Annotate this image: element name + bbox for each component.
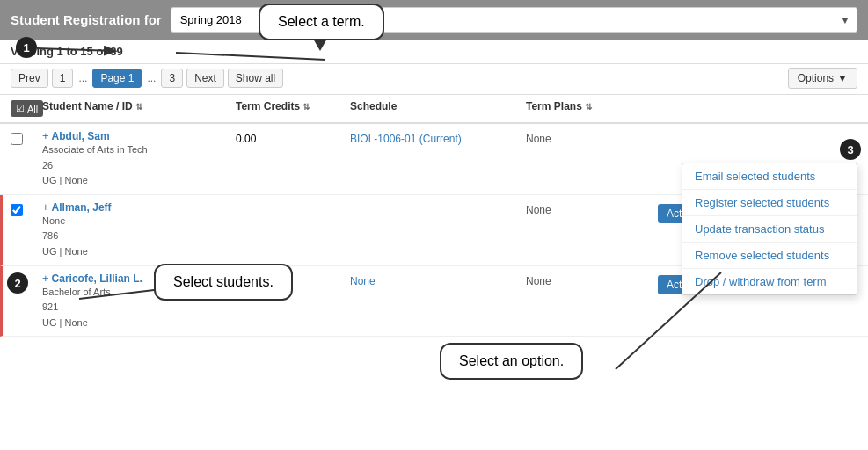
callout-select-term: Select a term.: [259, 4, 384, 40]
viewing-toolbar: Viewing 1 to 15 of 39: [0, 40, 868, 64]
select-all-button[interactable]: ☑ All: [11, 100, 43, 117]
dropdown-item-register[interactable]: Register selected students: [682, 190, 857, 216]
page-title: Student Registration for: [11, 12, 162, 27]
student-details-2: None786UG | None: [42, 214, 236, 260]
dropdown-item-remove[interactable]: Remove selected students: [682, 243, 857, 269]
plus-icon-1: +: [42, 129, 49, 142]
col-schedule: Schedule: [350, 100, 526, 117]
options-dropdown: Email selected students Register selecte…: [682, 163, 857, 295]
sort-icon-credits: ⇅: [303, 102, 310, 112]
pagination-row: Prev 1 ... Page 1 ... 3 Next Show all Op…: [0, 64, 868, 95]
student-credits-2: [236, 200, 350, 204]
col-actions: [658, 100, 746, 117]
student-name-2[interactable]: Allman, Jeff: [52, 201, 112, 214]
page-current-button[interactable]: Page 1: [92, 69, 142, 88]
step-badge-2: 2: [7, 272, 28, 294]
checkbox-icon: ☑: [16, 103, 25, 114]
select-all-col: ☑ All: [11, 100, 42, 117]
dots-1: ...: [77, 72, 89, 84]
page-1-button[interactable]: 1: [52, 69, 74, 88]
student-info-2: +Allman, Jeff None786UG | None: [42, 200, 236, 260]
checkbox-col-1: [11, 129, 42, 148]
dropdown-item-drop[interactable]: Drop / withdraw from term: [682, 269, 857, 294]
plus-icon-2: +: [42, 200, 49, 214]
step-badge-1: 1: [16, 37, 37, 58]
student-name-1[interactable]: Abdul, Sam: [52, 130, 110, 142]
student-credits-1: 0.00: [236, 129, 350, 145]
student-info-1: +Abdul, Sam Associate of Arts in Tech26U…: [42, 129, 236, 189]
student-schedule-2: [350, 200, 526, 204]
col-term-plans: Term Plans ⇅: [526, 100, 658, 117]
prev-button[interactable]: Prev: [11, 69, 48, 88]
callout-select-option: Select an option.: [440, 343, 583, 380]
student-details-1: Associate of Arts in Tech26UG | None: [42, 142, 236, 189]
col-student-name: Student Name / ID ⇅: [42, 100, 236, 117]
callout-select-students: Select students.: [154, 264, 293, 301]
student-name-3[interactable]: Caricofe, Lillian L.: [52, 272, 142, 285]
sort-icon-name: ⇅: [135, 102, 142, 112]
col-term-credits: Term Credits ⇅: [236, 100, 350, 117]
step-badge-3: 3: [840, 139, 861, 160]
header: Student Registration for Spring 2018 ▼: [0, 0, 868, 40]
checkbox-col-2: [11, 200, 42, 219]
show-all-button[interactable]: Show all: [228, 69, 283, 88]
student-schedule-3: None: [350, 272, 526, 287]
next-button[interactable]: Next: [186, 69, 224, 88]
table-header: ☑ All Student Name / ID ⇅ Term Credits ⇅…: [0, 95, 868, 124]
student-checkbox-2[interactable]: [11, 204, 23, 216]
plus-icon-3: +: [42, 272, 49, 285]
page-3-button[interactable]: 3: [161, 69, 183, 88]
dots-2: ...: [145, 72, 157, 84]
student-plans-3: None: [526, 272, 658, 287]
student-plans-1: None: [526, 129, 658, 145]
student-checkbox-1[interactable]: [11, 133, 23, 145]
dropdown-item-update[interactable]: Update transaction status: [682, 216, 857, 243]
options-arrow-icon: ▼: [837, 72, 848, 84]
student-schedule-1: BIOL-1006-01 (Current): [350, 129, 526, 145]
pagination: Prev 1 ... Page 1 ... 3 Next Show all: [11, 69, 283, 88]
dropdown-item-email[interactable]: Email selected students: [682, 163, 857, 190]
options-button[interactable]: Options ▼: [788, 68, 857, 89]
student-plans-2: None: [526, 200, 658, 216]
sort-icon-plans: ⇅: [585, 102, 592, 112]
